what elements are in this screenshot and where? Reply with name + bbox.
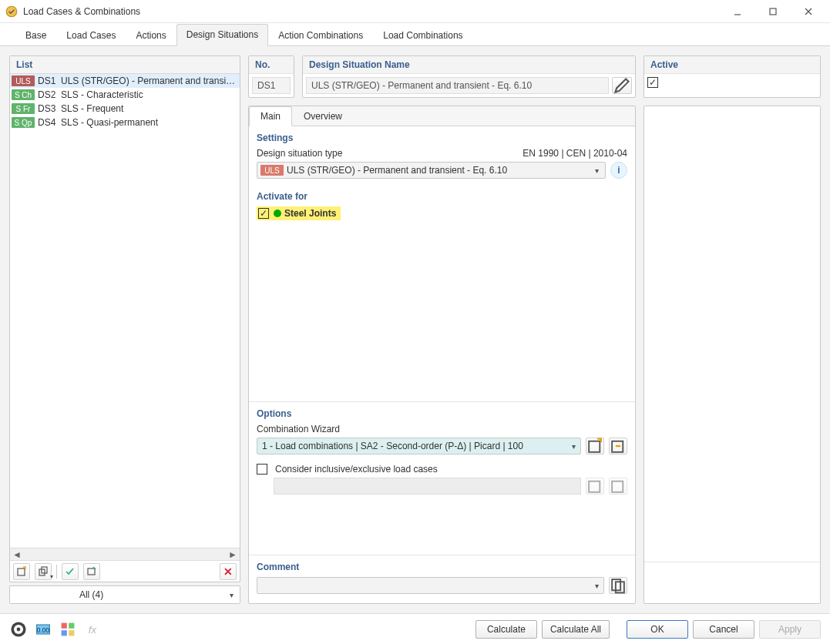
main-tabs: Base Load Cases Actions Design Situation… [0,23,830,46]
no-box: No. DS1 [248,55,294,98]
calculate-all-button[interactable]: Calculate All [542,620,610,639]
colors-button[interactable] [59,620,77,639]
tab-action-combinations[interactable]: Action Combinations [268,25,373,46]
list-scrollbar[interactable]: ◄ ► [10,548,240,560]
consider-checkbox[interactable] [257,464,267,475]
list-item[interactable]: S Ch DS2 SLS - Characteristic [10,88,240,102]
svg-rect-21 [69,622,74,628]
badge: S Qp [12,117,35,128]
svg-rect-12 [612,481,623,492]
wizard-value: 1 - Load combinations | SA2 - Second-ord… [262,441,523,451]
comment-lib-button[interactable] [609,577,627,594]
ds-name: SLS - Characteristic [61,89,238,100]
maximize-button[interactable] [756,1,790,22]
wizard-new-button[interactable] [586,438,604,454]
options-section: Options Combination Wizard 1 - Load comb… [249,401,635,555]
activate-item[interactable]: Steel Joints [257,206,341,220]
footer: 0.00 fx Calculate Calculate All OK Cance… [0,613,830,644]
list-body[interactable]: ULS DS1 ULS (STR/GEO) - Permanent and tr… [10,74,240,548]
close-button[interactable] [791,1,825,22]
subtab-main[interactable]: Main [249,106,292,126]
apply-button: Apply [759,620,821,639]
ok-button[interactable]: OK [627,620,688,639]
delete-button[interactable]: ✕ [220,563,237,580]
help-button[interactable] [9,620,28,639]
app-icon [5,5,18,18]
name-field[interactable]: ULS (STR/GEO) - Permanent and transient … [306,77,609,94]
name-box: Design Situation Name ULS (STR/GEO) - Pe… [302,55,636,98]
type-label: Design situation type [257,148,342,159]
scroll-right-icon[interactable]: ► [227,549,238,560]
tab-load-cases[interactable]: Load Cases [56,25,126,46]
consider-field [274,478,581,495]
chevron-down-icon: ▾ [592,166,602,175]
activate-checkbox[interactable] [258,208,269,219]
list-item[interactable]: S Fr DS3 SLS - Frequent [10,102,240,116]
active-checkbox[interactable] [647,77,658,88]
no-field[interactable]: DS1 [252,77,291,94]
info-button[interactable]: i [610,162,627,179]
units-button[interactable]: 0.00 [34,620,52,639]
tab-actions[interactable]: Actions [126,25,176,46]
window-title: Load Cases & Combinations [23,6,721,17]
standard-label: EN 1990 | CEN | 2010-04 [523,148,627,159]
svg-rect-11 [589,481,600,492]
detail-content: Main Overview Settings Design situation … [248,106,636,604]
status-dot-icon [274,210,281,217]
ds-code: DS1 [38,75,61,86]
ds-name: SLS - Quasi-permanent [61,117,238,128]
list-panel: List ULS DS1 ULS (STR/GEO) - Permanent a… [9,55,240,604]
chevron-down-icon: ▾ [595,582,599,590]
ds-code: DS4 [38,117,61,128]
svg-point-0 [6,6,17,17]
badge: ULS [12,75,35,86]
type-value: ULS (STR/GEO) - Permanent and transient … [287,165,507,176]
list-item[interactable]: ULS DS1 ULS (STR/GEO) - Permanent and tr… [10,74,240,88]
work-area: List ULS DS1 ULS (STR/GEO) - Permanent a… [0,46,830,613]
new-item-button[interactable] [13,563,30,580]
settings-title: Settings [257,131,627,146]
svg-rect-8 [88,569,95,575]
type-badge: ULS [260,165,284,176]
wizard-label: Combination Wizard [257,424,340,434]
copy-item-button[interactable]: ▾ [35,563,52,580]
chevron-down-icon: ▾ [572,442,576,451]
ds-code: DS2 [38,89,61,100]
calculate-button[interactable]: Calculate [475,620,537,639]
minimize-button[interactable] [721,1,754,22]
check-extra-button[interactable] [83,563,100,580]
check-button[interactable] [62,563,79,580]
settings-section: Settings Design situation type EN 1990 |… [249,126,635,185]
consider-edit-button [609,478,627,495]
svg-point-17 [17,627,21,631]
subtab-overview[interactable]: Overview [292,106,354,126]
edit-name-button[interactable] [612,77,632,94]
list-filter-dropdown[interactable]: All (4) ▾ [9,585,240,604]
svg-rect-23 [69,630,74,636]
cancel-button[interactable]: Cancel [693,620,754,639]
comment-title: Comment [257,560,627,575]
list-item[interactable]: S Qp DS4 SLS - Quasi-permanent [10,116,240,129]
list-header: List [10,56,240,74]
wizard-dropdown[interactable]: 1 - Load combinations | SA2 - Second-ord… [257,438,581,454]
type-dropdown[interactable]: ULS ULS (STR/GEO) - Permanent and transi… [257,162,606,179]
list-filter-value: All (4) [79,589,103,600]
svg-rect-2 [770,8,776,15]
svg-text:fx: fx [89,623,97,635]
comment-dropdown[interactable]: ▾ [257,577,604,594]
tab-load-combinations[interactable]: Load Combinations [373,25,472,46]
options-title: Options [257,407,627,422]
detail-tabs: Main Overview [249,106,635,126]
tab-design-situations[interactable]: Design Situations [176,24,268,46]
svg-text:0.00: 0.00 [37,626,50,633]
scroll-left-icon[interactable]: ◄ [12,549,22,560]
consider-label: Consider inclusive/exclusive load cases [275,464,438,475]
ds-name: SLS - Frequent [61,103,238,114]
titlebar: Load Cases & Combinations [0,0,830,23]
wizard-edit-button[interactable] [609,438,627,454]
tab-base[interactable]: Base [15,25,56,46]
svg-rect-9 [589,441,600,452]
activate-item-label: Steel Joints [284,208,336,219]
formula-button[interactable]: fx [83,620,102,639]
no-label: No. [249,56,294,74]
